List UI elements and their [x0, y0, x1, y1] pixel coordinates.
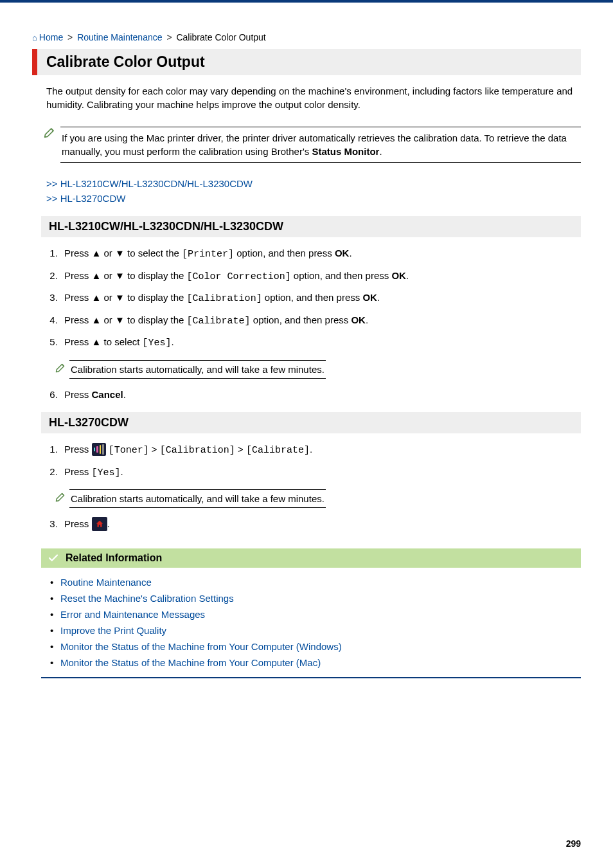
check-icon — [48, 552, 59, 564]
section-header-1: HL-L3210CW/HL-L3230CDN/HL-L3230CDW — [41, 216, 581, 237]
pencil-icon — [55, 361, 67, 373]
intro-text: The output density for each color may va… — [32, 84, 581, 119]
step: Press ▲ or ▼ to display the [Calibration… — [60, 291, 581, 313]
page-number: 299 — [566, 838, 581, 849]
breadcrumb-current: Calibrate Color Output — [176, 32, 265, 42]
breadcrumb-sep: > — [164, 32, 173, 42]
section-title-2: HL-L3270CDW — [49, 416, 573, 429]
note-text: Calibration starts automatically, and wi… — [69, 490, 326, 507]
related-item: Monitor the Status of the Machine from Y… — [60, 655, 581, 671]
home-button-icon — [92, 517, 107, 531]
note-box-inline: Calibration starts automatically, and wi… — [69, 489, 326, 508]
related-link[interactable]: Monitor the Status of the Machine from Y… — [60, 657, 321, 668]
page-title-bar: Calibrate Color Output — [32, 49, 581, 75]
section-title-1: HL-L3210CW/HL-L3230CDN/HL-L3230CDW — [49, 220, 573, 233]
anchor-link-1[interactable]: >> HL-L3210CW/HL-L3230CDN/HL-L3230CDW — [46, 178, 253, 189]
note-box: If you are using the Mac printer driver,… — [46, 122, 581, 168]
pencil-icon — [44, 125, 57, 138]
step: Press [Toner] > [Calibration] > [Calibra… — [60, 442, 581, 465]
related-header: Related Information — [41, 548, 581, 568]
related-item: Monitor the Status of the Machine from Y… — [60, 638, 581, 655]
related-link[interactable]: Improve the Print Quality — [60, 625, 166, 636]
section-header-2: HL-L3270CDW — [41, 412, 581, 433]
related-link[interactable]: Routine Maintenance — [60, 577, 152, 588]
breadcrumb: ⌂Home > Routine Maintenance > Calibrate … — [32, 28, 581, 49]
note-text: Calibration starts automatically, and wi… — [69, 361, 326, 378]
pencil-icon — [55, 491, 67, 502]
breadcrumb-parent[interactable]: Routine Maintenance — [77, 32, 162, 42]
step: Press Cancel. — [60, 388, 581, 409]
related-item: Reset the Machine's Calibration Settings — [60, 590, 581, 606]
steps-list-1: Press ▲ or ▼ to select the [Printer] opt… — [32, 246, 581, 357]
related-link[interactable]: Reset the Machine's Calibration Settings — [60, 593, 234, 604]
related-title: Related Information — [66, 552, 162, 564]
bottom-rule — [41, 677, 581, 678]
home-icon: ⌂ — [32, 33, 37, 42]
step: Press ▲ or ▼ to display the [Calibrate] … — [60, 313, 581, 336]
step: Press [Yes]. — [60, 465, 581, 487]
steps-list-2b: Press . — [32, 517, 581, 538]
related-link[interactable]: Monitor the Status of the Machine from Y… — [60, 641, 342, 652]
anchor-link-2[interactable]: >> HL-L3270CDW — [46, 193, 125, 204]
step: Press ▲ to select [Yes]. — [60, 335, 581, 357]
step: Press . — [60, 517, 581, 538]
page-title: Calibrate Color Output — [46, 53, 572, 71]
note-box-inline: Calibration starts automatically, and wi… — [69, 360, 326, 379]
step: Press ▲ or ▼ to select the [Printer] opt… — [60, 246, 581, 269]
step: Press ▲ or ▼ to display the [Color Corre… — [60, 269, 581, 291]
breadcrumb-sep: > — [66, 32, 75, 42]
steps-list-2: Press [Toner] > [Calibration] > [Calibra… — [32, 442, 581, 487]
anchor-links: >> HL-L3210CW/HL-L3230CDN/HL-L3230CDW >>… — [32, 177, 581, 212]
related-list: Routine Maintenance Reset the Machine's … — [32, 574, 581, 671]
note-text: If you are using the Mac printer driver,… — [60, 127, 581, 162]
related-item: Error and Maintenance Messages — [60, 606, 581, 622]
breadcrumb-home[interactable]: Home — [39, 32, 63, 42]
related-item: Routine Maintenance — [60, 574, 581, 590]
related-item: Improve the Print Quality — [60, 622, 581, 638]
related-link[interactable]: Error and Maintenance Messages — [60, 609, 205, 620]
steps-list-1b: Press Cancel. — [32, 388, 581, 409]
toner-icon — [92, 443, 106, 456]
